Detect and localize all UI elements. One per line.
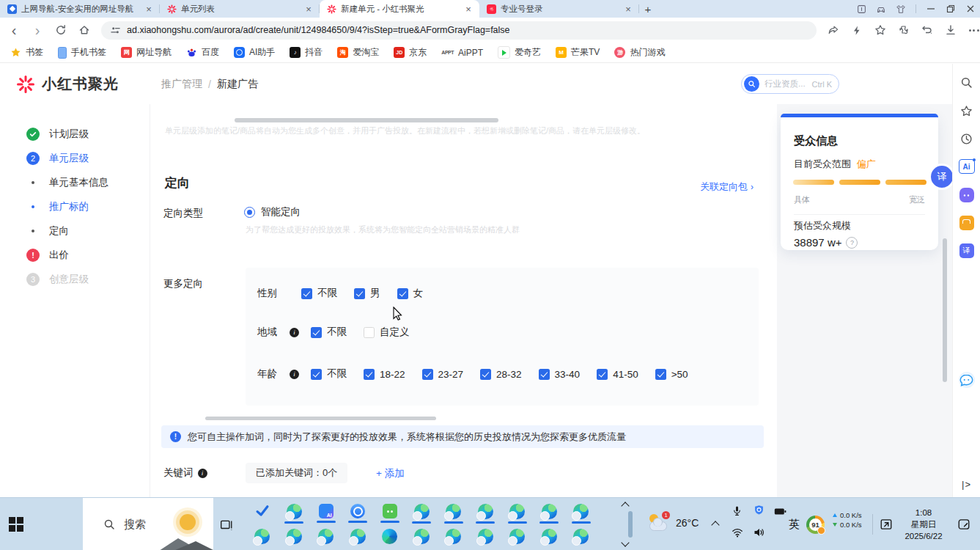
start-button[interactable] bbox=[9, 517, 23, 532]
taskbar-edge-profile-icon[interactable] bbox=[438, 529, 470, 544]
screen-capture-icon[interactable] bbox=[880, 518, 893, 531]
star-button[interactable] bbox=[874, 24, 886, 37]
menu-dots-button[interactable] bbox=[968, 24, 980, 37]
rail-toolbox-icon[interactable] bbox=[959, 215, 975, 231]
info-icon[interactable]: i bbox=[290, 328, 299, 337]
bookmark-item-1[interactable]: 手机书签 bbox=[58, 46, 106, 59]
app-logo[interactable]: 小红书聚光 bbox=[16, 74, 119, 94]
share-button[interactable] bbox=[827, 24, 839, 37]
checkbox-option[interactable]: 33-40 bbox=[539, 369, 581, 380]
checkbox-unchecked-icon[interactable] bbox=[364, 327, 375, 338]
question-circle-icon[interactable]: ? bbox=[846, 237, 858, 249]
taskbar-edge-profile-icon[interactable] bbox=[534, 504, 566, 524]
checkbox-option[interactable]: 不限 bbox=[311, 326, 347, 339]
checkbox-option[interactable]: 不限 bbox=[311, 367, 347, 381]
checkbox-checked-icon[interactable] bbox=[364, 369, 375, 380]
bookmark-item-2[interactable]: 网网址导航 bbox=[121, 46, 172, 59]
security-shield-icon[interactable] bbox=[754, 505, 765, 516]
address-bar[interactable]: ad.xiaohongshu.com/aurora/ad/create/unit… bbox=[101, 21, 817, 40]
radio-selected-icon[interactable] bbox=[244, 207, 255, 218]
taskbar-scrollbar[interactable] bbox=[620, 501, 633, 548]
refresh-button[interactable] bbox=[51, 21, 70, 40]
taskbar-edge-profile-icon[interactable] bbox=[342, 529, 375, 544]
checkbox-option[interactable]: 28-32 bbox=[480, 369, 522, 380]
horizontal-scrollbar-top[interactable] bbox=[235, 118, 498, 122]
rail-translate-icon[interactable]: 译 bbox=[959, 243, 975, 259]
taskbar-edge-profile-icon[interactable] bbox=[310, 529, 342, 544]
bookmark-item-7[interactable]: JD京东 bbox=[394, 46, 427, 59]
bookmark-item-3[interactable]: 百度 bbox=[186, 46, 219, 59]
rail-favorites-icon[interactable] bbox=[959, 103, 975, 119]
taskbar-edge-profile-icon[interactable] bbox=[438, 504, 470, 524]
scroll-up-icon[interactable] bbox=[621, 502, 629, 510]
rail-ai-badge-icon[interactable]: Ai bbox=[959, 158, 975, 175]
bookmark-item-6[interactable]: 淘爱淘宝 bbox=[337, 46, 379, 59]
checkbox-checked-icon[interactable] bbox=[311, 369, 322, 380]
step-item-0[interactable]: 计划层级 bbox=[0, 122, 150, 146]
clock-widget[interactable]: 1:08 星期日 2025/6/22 bbox=[896, 507, 951, 542]
ime-indicator[interactable]: 英 bbox=[789, 518, 800, 532]
minimize-icon[interactable] bbox=[926, 4, 936, 14]
network-speed[interactable]: 0.0 K/s 0.0 K/s bbox=[833, 510, 862, 529]
search-highlight-art[interactable] bbox=[159, 513, 212, 550]
browser-tab-2[interactable]: 新建单元 - 小红书聚光× bbox=[320, 0, 479, 18]
checkbox-checked-icon[interactable] bbox=[655, 369, 666, 380]
taskbar-edge-profile-icon[interactable] bbox=[246, 529, 279, 544]
checkbox-option[interactable]: >50 bbox=[655, 369, 688, 380]
url-text[interactable]: ad.xiaohongshu.com/aurora/ad/create/unit… bbox=[127, 25, 510, 35]
bookmark-item-4[interactable]: AI助手 bbox=[234, 46, 275, 59]
checkbox-checked-icon[interactable] bbox=[597, 369, 608, 380]
translate-float-button[interactable]: 译 bbox=[931, 166, 953, 188]
new-tab-button[interactable]: + bbox=[639, 0, 657, 18]
step-item-5[interactable]: !出价 bbox=[0, 243, 150, 267]
taskbar-edge-profile-icon[interactable] bbox=[501, 529, 534, 544]
browser-tab-3[interactable]: 书专业号登录× bbox=[479, 0, 639, 18]
taskbar-edge-profile-icon[interactable] bbox=[534, 529, 566, 544]
checkbox-option[interactable]: 不限 bbox=[301, 287, 337, 300]
scroll-down-icon[interactable] bbox=[621, 538, 629, 546]
taskbar-wechat-icon[interactable] bbox=[374, 504, 406, 524]
tab-close-icon[interactable]: × bbox=[303, 4, 314, 15]
app-car-icon[interactable] bbox=[876, 4, 886, 14]
checkbox-checked-icon[interactable] bbox=[311, 327, 322, 338]
site-permissions-icon[interactable] bbox=[110, 25, 121, 36]
task-view-button[interactable] bbox=[220, 518, 233, 532]
download-button[interactable] bbox=[944, 24, 957, 37]
page-scrollbar[interactable] bbox=[943, 238, 947, 382]
checkbox-option[interactable]: 23-27 bbox=[422, 369, 464, 380]
step-item-4[interactable]: 定向 bbox=[0, 219, 150, 243]
tab-close-icon[interactable]: × bbox=[144, 4, 154, 15]
info-icon[interactable]: i bbox=[290, 370, 299, 379]
bookmark-item-11[interactable]: 游热门游戏 bbox=[614, 46, 665, 59]
restore-icon[interactable] bbox=[946, 4, 956, 14]
taskbar-edge-logo-icon[interactable] bbox=[374, 529, 406, 544]
taskbar-edge-profile-icon[interactable] bbox=[565, 504, 597, 524]
microphone-icon[interactable] bbox=[732, 505, 743, 517]
checkbox-checked-icon[interactable] bbox=[480, 369, 491, 380]
info-icon[interactable]: i bbox=[198, 469, 207, 478]
rail-collapse-button[interactable]: |> bbox=[959, 476, 975, 492]
rail-games-icon[interactable] bbox=[959, 187, 975, 203]
app-shirt-icon[interactable] bbox=[896, 4, 906, 14]
security-score-ball[interactable]: 91 bbox=[806, 516, 825, 534]
taskbar-edge-profile-icon[interactable] bbox=[470, 529, 502, 544]
keywords-add-button[interactable]: + 添加 bbox=[376, 467, 405, 480]
taskbar-edge-profile-icon[interactable] bbox=[406, 529, 438, 544]
puzzle-button[interactable] bbox=[897, 24, 910, 37]
checkbox-option[interactable]: 41-50 bbox=[597, 369, 638, 380]
app-box-icon[interactable] bbox=[856, 4, 866, 14]
checkbox-checked-icon[interactable] bbox=[422, 369, 433, 380]
rail-history-icon[interactable] bbox=[959, 131, 975, 147]
step-item-2[interactable]: 单元基本信息 bbox=[0, 170, 150, 194]
step-item-6[interactable]: 3创意层级 bbox=[0, 267, 150, 291]
checkbox-checked-icon[interactable] bbox=[397, 288, 408, 299]
browser-tab-0[interactable]: 上网导航-安全实用的网址导航× bbox=[0, 0, 160, 18]
app-search-box[interactable]: 行业资质... Ctrl K bbox=[741, 74, 839, 94]
step-item-3[interactable]: 推广标的 bbox=[0, 194, 150, 219]
breadcrumb-parent[interactable]: 推广管理 bbox=[161, 78, 202, 91]
taskbar-search[interactable]: 搜索 bbox=[83, 498, 213, 550]
close-icon[interactable] bbox=[965, 4, 976, 14]
checkbox-checked-icon[interactable] bbox=[354, 288, 365, 299]
step-item-1[interactable]: 2单元层级 bbox=[0, 146, 150, 170]
taskbar-quark-icon[interactable] bbox=[342, 504, 375, 524]
